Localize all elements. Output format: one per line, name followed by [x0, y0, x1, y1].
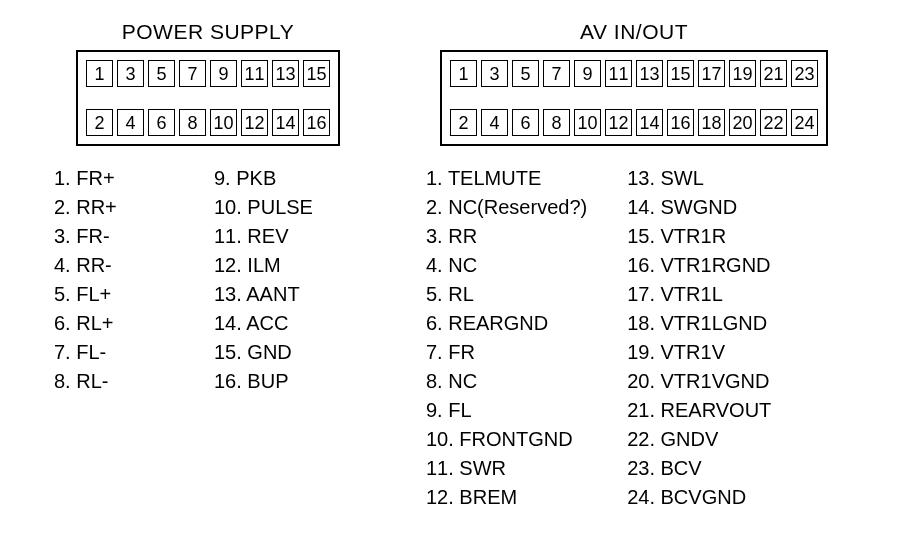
signal-item: 14. ACC [214, 309, 334, 338]
pin-19: 19 [729, 60, 756, 87]
signal-item: 17. VTR1L [627, 280, 771, 309]
pin-6: 6 [512, 109, 539, 136]
signal-item: 5. FL+ [54, 280, 174, 309]
pin-14: 14 [272, 109, 299, 136]
signal-item: 8. RL- [54, 367, 174, 396]
signal-item: 10. FRONTGND [426, 425, 587, 454]
pin-12: 12 [241, 109, 268, 136]
pin-9: 9 [574, 60, 601, 87]
pin-13: 13 [636, 60, 663, 87]
pin-7: 7 [543, 60, 570, 87]
pin-11: 11 [605, 60, 632, 87]
pin-6: 6 [148, 109, 175, 136]
signal-item: 7. FL- [54, 338, 174, 367]
pin-17: 17 [698, 60, 725, 87]
signal-item: 2. NC(Reserved?) [426, 193, 587, 222]
signal-item: 23. BCV [627, 454, 771, 483]
signal-item: 1. TELMUTE [426, 164, 587, 193]
signal-lists: 1. FR+2. RR+3. FR-4. RR-5. FL+6. RL+7. F… [30, 164, 880, 512]
signal-item: 4. RR- [54, 251, 174, 280]
av-in-out-block: AV IN/OUT 1357911131517192123 2468101214… [440, 20, 828, 146]
pin-22: 22 [760, 109, 787, 136]
pin-5: 5 [148, 60, 175, 87]
pin-8: 8 [179, 109, 206, 136]
signal-item: 5. RL [426, 280, 587, 309]
signal-item: 22. GNDV [627, 425, 771, 454]
pin-4: 4 [481, 109, 508, 136]
signal-item: 9. FL [426, 396, 587, 425]
pin-16: 16 [303, 109, 330, 136]
power-supply-title: POWER SUPPLY [122, 20, 294, 44]
signal-item: 10. PULSE [214, 193, 334, 222]
signal-item: 14. SWGND [627, 193, 771, 222]
pin-24: 24 [791, 109, 818, 136]
pin-4: 4 [117, 109, 144, 136]
pin-2: 2 [450, 109, 477, 136]
pin-7: 7 [179, 60, 206, 87]
pin-9: 9 [210, 60, 237, 87]
signal-item: 16. BUP [214, 367, 334, 396]
av-in-out-signal-list: 1. TELMUTE2. NC(Reserved?)3. RR4. NC5. R… [426, 164, 771, 512]
signal-item: 12. BREM [426, 483, 587, 512]
signal-item: 11. SWR [426, 454, 587, 483]
pin-10: 10 [210, 109, 237, 136]
signal-item: 4. NC [426, 251, 587, 280]
pin-15: 15 [667, 60, 694, 87]
pin-13: 13 [272, 60, 299, 87]
av-in-out-top-row: 1357911131517192123 [450, 60, 818, 87]
signal-item: 6. RL+ [54, 309, 174, 338]
signal-item: 7. FR [426, 338, 587, 367]
pin-21: 21 [760, 60, 787, 87]
signal-item: 15. GND [214, 338, 334, 367]
signal-item: 9. PKB [214, 164, 334, 193]
power-supply-bottom-row: 246810121416 [86, 109, 330, 136]
signal-item: 18. VTR1LGND [627, 309, 771, 338]
pin-12: 12 [605, 109, 632, 136]
power-supply-top-row: 13579111315 [86, 60, 330, 87]
pin-20: 20 [729, 109, 756, 136]
signal-item: 15. VTR1R [627, 222, 771, 251]
pin-16: 16 [667, 109, 694, 136]
pin-1: 1 [86, 60, 113, 87]
power-supply-block: POWER SUPPLY 13579111315 246810121416 [76, 20, 340, 146]
pin-1: 1 [450, 60, 477, 87]
pin-3: 3 [481, 60, 508, 87]
av-in-out-connector: 1357911131517192123 24681012141618202224 [440, 50, 828, 146]
signal-item: 3. RR [426, 222, 587, 251]
pin-10: 10 [574, 109, 601, 136]
power-supply-connector: 13579111315 246810121416 [76, 50, 340, 146]
pin-2: 2 [86, 109, 113, 136]
av-in-out-bottom-row: 24681012141618202224 [450, 109, 818, 136]
pin-14: 14 [636, 109, 663, 136]
signal-item: 2. RR+ [54, 193, 174, 222]
signal-item: 13. SWL [627, 164, 771, 193]
signal-item: 19. VTR1V [627, 338, 771, 367]
signal-item: 3. FR- [54, 222, 174, 251]
pin-8: 8 [543, 109, 570, 136]
signal-item: 24. BCVGND [627, 483, 771, 512]
pin-3: 3 [117, 60, 144, 87]
signal-item: 11. REV [214, 222, 334, 251]
pin-5: 5 [512, 60, 539, 87]
signal-item: 21. REARVOUT [627, 396, 771, 425]
av-in-out-title: AV IN/OUT [580, 20, 688, 44]
signal-item: 1. FR+ [54, 164, 174, 193]
signal-item: 6. REARGND [426, 309, 587, 338]
pin-11: 11 [241, 60, 268, 87]
pin-23: 23 [791, 60, 818, 87]
signal-item: 16. VTR1RGND [627, 251, 771, 280]
signal-item: 12. ILM [214, 251, 334, 280]
power-supply-signal-list: 1. FR+2. RR+3. FR-4. RR-5. FL+6. RL+7. F… [54, 164, 334, 512]
pin-18: 18 [698, 109, 725, 136]
signal-item: 13. AANT [214, 280, 334, 309]
pin-15: 15 [303, 60, 330, 87]
signal-item: 20. VTR1VGND [627, 367, 771, 396]
connectors-row: POWER SUPPLY 13579111315 246810121416 AV… [30, 20, 880, 146]
signal-item: 8. NC [426, 367, 587, 396]
